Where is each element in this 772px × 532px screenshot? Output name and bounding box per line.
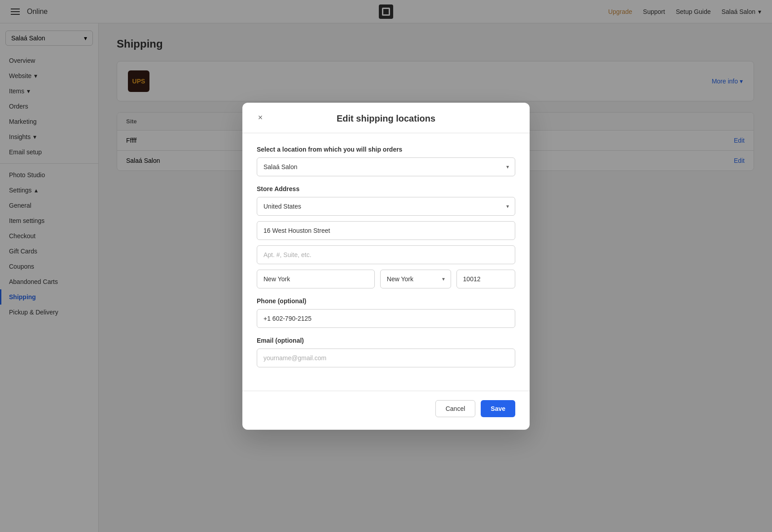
zip-field — [456, 270, 515, 288]
location-select-wrapper: ▾ — [257, 157, 515, 176]
location-select-label: Select a location from which you will sh… — [257, 146, 515, 153]
country-select-input[interactable] — [257, 197, 515, 216]
modal-overlay[interactable]: × Edit shipping locations Select a locat… — [0, 0, 772, 532]
location-select-group: Select a location from which you will sh… — [257, 146, 515, 176]
edit-shipping-locations-modal: × Edit shipping locations Select a locat… — [242, 103, 530, 430]
state-field: ▾ — [380, 270, 451, 288]
apt-suite-input[interactable] — [257, 245, 515, 264]
modal-title: Edit shipping locations — [337, 113, 435, 124]
email-group: Email (optional) — [257, 337, 515, 367]
cancel-button[interactable]: Cancel — [435, 400, 476, 417]
modal-body: Select a location from which you will sh… — [242, 133, 530, 391]
phone-input[interactable] — [257, 309, 515, 328]
city-state-zip-row: ▾ — [257, 270, 515, 288]
country-select-wrapper: ▾ — [257, 197, 515, 216]
zip-input[interactable] — [456, 270, 515, 288]
city-input[interactable] — [257, 270, 375, 288]
location-select-input[interactable] — [257, 157, 515, 176]
store-address-group: Store Address ▾ ▾ — [257, 185, 515, 288]
modal-footer: Cancel Save — [242, 391, 530, 430]
store-address-label: Store Address — [257, 185, 515, 192]
city-field — [257, 270, 375, 288]
street-address-input[interactable] — [257, 221, 515, 240]
state-select-input[interactable] — [380, 270, 451, 288]
modal-close-button[interactable]: × — [253, 110, 268, 125]
email-label: Email (optional) — [257, 337, 515, 344]
save-button[interactable]: Save — [481, 400, 515, 417]
email-input[interactable] — [257, 349, 515, 367]
phone-group: Phone (optional) — [257, 297, 515, 328]
state-select-wrapper: ▾ — [380, 270, 451, 288]
modal-header: × Edit shipping locations — [242, 103, 530, 133]
phone-label: Phone (optional) — [257, 297, 515, 305]
